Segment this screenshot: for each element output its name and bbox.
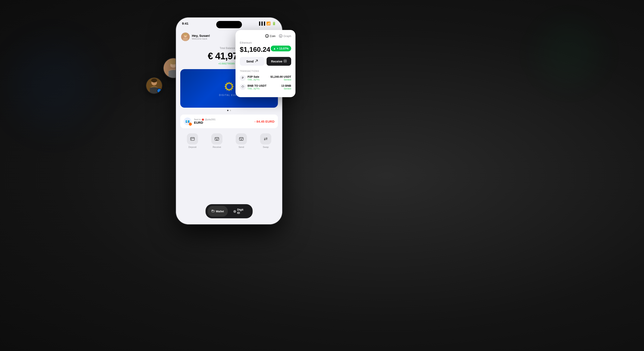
receive-action[interactable]: Receive: [211, 133, 222, 148]
receive-label: Receive: [212, 146, 221, 148]
arrow-up-icon: ▲: [273, 47, 276, 50]
user-avatar: [181, 32, 190, 41]
wallet-nav-icon: [212, 210, 214, 213]
panel-tx-right-1: $1,240.00 USDT Sented: [270, 75, 291, 81]
panel-tx-status-2: Sented: [281, 87, 291, 90]
tab-graph[interactable]: ◉ Graph: [279, 34, 291, 38]
status-time: 9:41: [182, 22, 188, 25]
panel-tx-info-1: P2P Sale TX6...hj7Yc: [248, 75, 260, 81]
card-dots: [180, 110, 278, 111]
panel-tx-icon-1: P: [240, 75, 246, 81]
transaction-item[interactable]: 💶 ! Sent to 🔴 @julia2001 EURD - 84.45 EU…: [180, 114, 278, 128]
eu-flag: [223, 81, 235, 92]
wallet-nav-label: Wallet: [216, 210, 224, 213]
tx-details: Sent to 🔴 @julia2001 EURD: [194, 118, 252, 124]
graph-tab-label: Graph: [284, 34, 291, 38]
subtitle-text: Welcome back: [192, 38, 210, 40]
greeting-text: Hey, Susan!: [192, 34, 210, 38]
panel-tx-left-2: BNB TO USDT TX6...hj7Yc: [240, 84, 266, 90]
battery-icon: 🔋: [272, 22, 276, 26]
coin-tab-icon: ◎: [265, 34, 269, 38]
digit-id-nav-label: Digit ID: [237, 208, 247, 214]
floating-avatar-man: 🔵: [146, 77, 163, 94]
send-action[interactable]: Send: [236, 133, 247, 148]
bg-decoration-2: [537, 22, 601, 86]
panel-tx-icon-2: [240, 84, 246, 90]
coin-tab-label: Coin: [270, 34, 276, 38]
svg-point-9: [151, 78, 157, 82]
signal-icon: ▐▐▐: [258, 22, 265, 26]
send-icon: [236, 133, 247, 144]
transactions-header: TRANSACTIONS: [240, 70, 291, 72]
dot-2: [230, 110, 231, 111]
svg-point-13: [184, 33, 187, 36]
status-icons: ▐▐▐ 📶 🔋: [258, 22, 276, 26]
send-btn-label: Send: [246, 60, 254, 63]
panel-tx-left-1: P P2P Sale TX6...hj7Yc: [240, 75, 260, 81]
tx-sent-to: Sent to 🔴 @julia2001: [194, 118, 252, 121]
deposit-icon: [187, 133, 198, 144]
dot-1: [227, 110, 228, 111]
panel-actions: Send Receive: [240, 57, 291, 66]
user-info: Hey, Susan! Welcome back: [181, 32, 210, 41]
swap-action[interactable]: Swap: [260, 133, 271, 148]
panel-tx-item-2[interactable]: BNB TO USDT TX6...hj7Yc 13 BNB Sented: [240, 84, 291, 90]
receive-btn-label: Receive: [271, 60, 282, 63]
deposit-label: Deposit: [188, 146, 196, 148]
transaction-section: 💶 ! Sent to 🔴 @julia2001 EURD - 84.45 EU…: [176, 114, 282, 132]
actions-section: Deposit Receive: [176, 132, 282, 152]
panel-tx-amount-2: 13 BNB: [281, 84, 291, 87]
right-panel: ◎ Coin ◉ Graph Ethereum $1,160.24 ▲ + 13…: [236, 30, 296, 97]
panel-send-button[interactable]: Send: [240, 57, 264, 66]
panel-tx-amount-1: $1,240.00 USDT: [270, 75, 291, 78]
price-change-value: + 13.07%: [277, 47, 288, 50]
graph-tab-icon: ◉: [279, 34, 282, 38]
coin-price: $1,160.24: [240, 46, 270, 54]
tab-coin[interactable]: ◎ Coin: [265, 34, 276, 38]
nav-digit-id[interactable]: ◎ Digit ID: [230, 206, 250, 216]
swap-label: Swap: [263, 146, 269, 148]
tx-icon: 💶 !: [184, 118, 192, 125]
panel-tx-hash-1: TX6...hj7Yc: [248, 78, 260, 81]
panel-tx-hash-2: TX6...hj7Yc: [248, 87, 266, 90]
tx-currency: EURD: [194, 121, 252, 124]
panel-receive-button[interactable]: Receive: [266, 57, 291, 66]
panel-tx-name-1: P2P Sale: [248, 75, 260, 78]
bottom-navigation: Wallet ◎ Digit ID: [206, 204, 253, 218]
dynamic-island: [216, 21, 242, 28]
panel-tabs: ◎ Coin ◉ Graph: [240, 34, 291, 38]
svg-rect-34: [190, 138, 194, 140]
panel-tx-info-2: BNB TO USDT TX6...hj7Yc: [248, 84, 266, 90]
svg-point-36: [191, 139, 192, 140]
price-change-badge: ▲ + 13.07%: [270, 46, 291, 51]
svg-rect-4: [170, 62, 171, 66]
user-text: Hey, Susan! Welcome back: [192, 34, 210, 40]
wifi-icon: 📶: [266, 22, 270, 26]
panel-tx-status-1: Sented: [270, 78, 291, 81]
nav-wallet[interactable]: Wallet: [208, 206, 228, 216]
panel-tx-name-2: BNB TO USDT: [248, 84, 266, 87]
receive-icon: [211, 133, 222, 144]
tx-badge: !: [189, 123, 192, 126]
swap-icon: [260, 133, 271, 144]
deposit-action[interactable]: Deposit: [187, 133, 198, 148]
bg-decoration-1: [11, 43, 96, 128]
avatar-indicator-2: 🔵: [157, 88, 162, 93]
send-label: Send: [238, 146, 244, 148]
digit-id-nav-icon: ◎: [233, 210, 236, 213]
coin-name: Ethereum: [240, 41, 291, 44]
receive-btn-icon: [284, 60, 287, 63]
panel-tx-right-2: 13 BNB Sented: [281, 84, 291, 90]
panel-tx-item-1[interactable]: P P2P Sale TX6...hj7Yc $1,240.00 USDT Se…: [240, 75, 291, 81]
tx-amount: - 84.45 EURD: [254, 120, 274, 123]
send-btn-icon: [255, 60, 258, 63]
